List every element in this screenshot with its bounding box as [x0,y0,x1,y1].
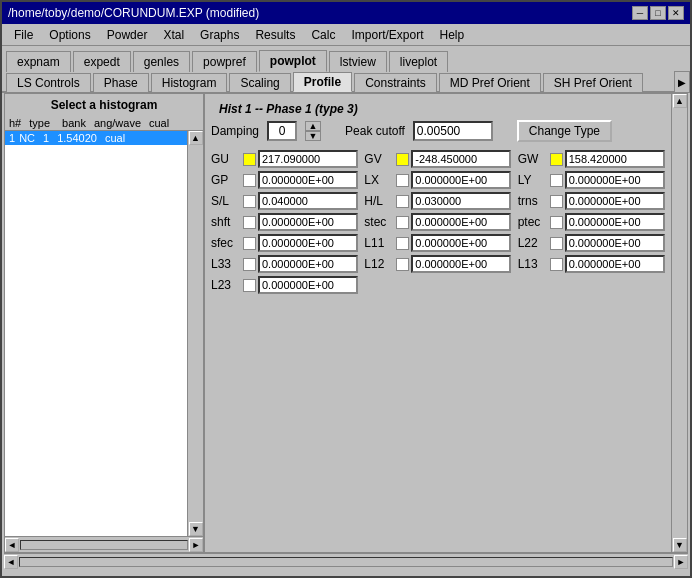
right-scroll-up-button[interactable]: ▲ [673,94,687,108]
param-input-shft[interactable] [258,213,358,231]
scroll-down-button[interactable]: ▼ [189,522,203,536]
tab-liveplot[interactable]: liveplot [389,51,448,72]
params-grid: GUGVGWGPLXLYS/LH/LtrnsshftstecptecsfecL1… [211,150,665,294]
scroll-right-button[interactable]: ► [189,538,203,552]
param-label-shft: shft [211,215,241,229]
param-check-ly[interactable] [550,174,563,187]
tab2-histogram[interactable]: Histogram [151,73,228,92]
scroll-left-button[interactable]: ◄ [5,538,19,552]
param-input-l23[interactable] [258,276,358,294]
param-check-shft[interactable] [243,216,256,229]
tab-scroll-right-button[interactable]: ▶ [674,71,690,93]
histogram-list[interactable]: 1 NC 1 1.54020 cual [5,131,187,536]
param-row-l11: L11 [364,234,511,252]
param-label-l23: L23 [211,278,241,292]
param-check-stec[interactable] [396,216,409,229]
menu-item-xtal[interactable]: Xtal [155,26,192,44]
change-type-button[interactable]: Change Type [517,120,612,142]
menu-item-file[interactable]: File [6,26,41,44]
param-input-lx[interactable] [411,171,511,189]
param-input-gu[interactable] [258,150,358,168]
param-label-l11: L11 [364,236,394,250]
menu-item-calc[interactable]: Calc [303,26,343,44]
param-check-s/l[interactable] [243,195,256,208]
maximize-button[interactable]: □ [650,6,666,20]
tab2-profile[interactable]: Profile [293,72,352,92]
tab2-ls-controls[interactable]: LS Controls [6,73,91,92]
param-check-l33[interactable] [243,258,256,271]
param-input-sfec[interactable] [258,234,358,252]
param-input-l22[interactable] [565,234,665,252]
right-scroll-down-button[interactable]: ▼ [673,538,687,552]
menu-item-help[interactable]: Help [432,26,473,44]
tab2-scaling[interactable]: Scaling [229,73,290,92]
tab2-md-pref-orient[interactable]: MD Pref Orient [439,73,541,92]
menu-item-options[interactable]: Options [41,26,98,44]
left-vertical-scrollbar[interactable]: ▲ ▼ [187,131,203,536]
minimize-button[interactable]: ─ [632,6,648,20]
param-check-l23[interactable] [243,279,256,292]
param-check-h/l[interactable] [396,195,409,208]
tab-expedt[interactable]: expedt [73,51,131,72]
param-label-stec: stec [364,215,394,229]
param-check-gw[interactable] [550,153,563,166]
bottom-scroll-right-button[interactable]: ► [674,555,688,569]
damping-spin-up[interactable]: ▲ [305,121,321,131]
param-row-l22: L22 [518,234,665,252]
tab-powplot[interactable]: powplot [259,50,327,72]
menu-item-graphs[interactable]: Graphs [192,26,247,44]
peak-cutoff-label: Peak cutoff [345,124,405,138]
param-check-gp[interactable] [243,174,256,187]
tab-lstview[interactable]: lstview [329,51,387,72]
param-check-l11[interactable] [396,237,409,250]
param-input-h/l[interactable] [411,192,511,210]
param-input-stec[interactable] [411,213,511,231]
tab-row-1: expnamexpedtgenlespowprefpowplotlstviewl… [2,46,690,71]
param-check-l13[interactable] [550,258,563,271]
peak-cutoff-input[interactable] [413,121,493,141]
tab-genles[interactable]: genles [133,51,190,72]
param-input-s/l[interactable] [258,192,358,210]
param-check-trns[interactable] [550,195,563,208]
param-input-ly[interactable] [565,171,665,189]
param-input-l33[interactable] [258,255,358,273]
param-input-l11[interactable] [411,234,511,252]
damping-spin-down[interactable]: ▼ [305,131,321,141]
param-row-ly: LY [518,171,665,189]
param-check-sfec[interactable] [243,237,256,250]
right-panel: Hist 1 -- Phase 1 (type 3) Damping ▲ ▼ P… [205,94,687,552]
param-input-trns[interactable] [565,192,665,210]
scroll-up-button[interactable]: ▲ [189,131,203,145]
menu-item-import/export[interactable]: Import/Export [343,26,431,44]
param-input-gp[interactable] [258,171,358,189]
param-input-l12[interactable] [411,255,511,273]
close-button[interactable]: ✕ [668,6,684,20]
param-check-gv[interactable] [396,153,409,166]
main-content: Select a histogram h# type bank ang/wave… [4,93,688,553]
tab2-sh-pref-orient[interactable]: SH Pref Orient [543,73,643,92]
param-input-gw[interactable] [565,150,665,168]
tab-row-2: LS ControlsPhaseHistogramScalingProfileC… [2,71,674,93]
menu-item-powder[interactable]: Powder [99,26,156,44]
param-check-gu[interactable] [243,153,256,166]
bottom-scrollbar[interactable]: ◄ ► [4,553,688,569]
param-check-ptec[interactable] [550,216,563,229]
param-check-lx[interactable] [396,174,409,187]
param-input-l13[interactable] [565,255,665,273]
tab-powpref[interactable]: powpref [192,51,257,72]
tab2-phase[interactable]: Phase [93,73,149,92]
param-input-gv[interactable] [411,150,511,168]
right-vertical-scrollbar[interactable]: ▲ ▼ [671,94,687,552]
tab2-constraints[interactable]: Constraints [354,73,437,92]
left-horizontal-scrollbar[interactable]: ◄ ► [5,536,203,552]
menu-item-results[interactable]: Results [247,26,303,44]
bottom-scroll-left-button[interactable]: ◄ [4,555,18,569]
param-row-gv: GV [364,150,511,168]
list-item[interactable]: 1 NC 1 1.54020 cual [5,131,187,145]
param-row-trns: trns [518,192,665,210]
param-check-l22[interactable] [550,237,563,250]
param-check-l12[interactable] [396,258,409,271]
param-input-ptec[interactable] [565,213,665,231]
damping-input[interactable] [267,121,297,141]
tab-expnam[interactable]: expnam [6,51,71,72]
